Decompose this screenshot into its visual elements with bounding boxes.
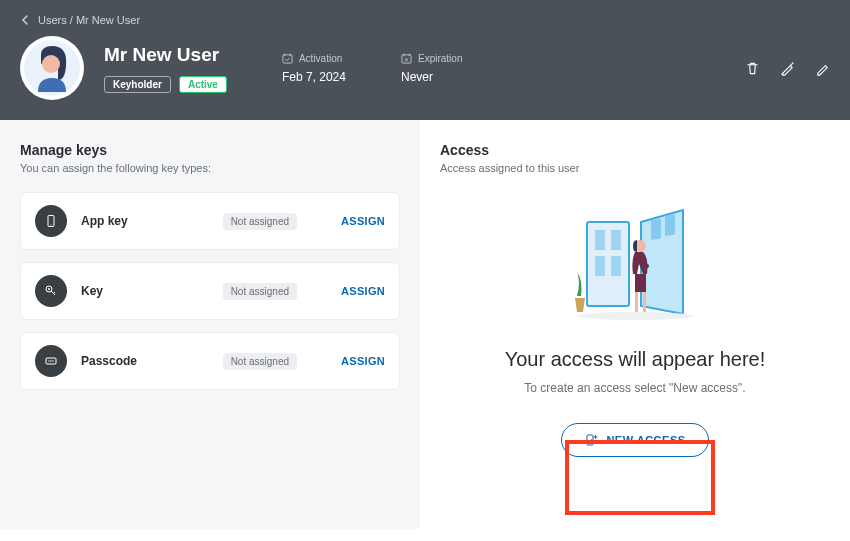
activation-meta: Activation Feb 7, 2024 xyxy=(282,53,346,84)
avatar xyxy=(20,36,84,100)
assign-button[interactable]: ASSIGN xyxy=(341,355,385,367)
expiration-meta: Expiration Never xyxy=(401,53,462,84)
assign-button[interactable]: ASSIGN xyxy=(341,285,385,297)
key-name: Key xyxy=(81,284,161,298)
svg-rect-16 xyxy=(611,256,621,276)
access-title: Access xyxy=(440,142,830,158)
svg-rect-2 xyxy=(283,54,292,62)
key-status: Not assigned xyxy=(223,213,297,230)
svg-rect-18 xyxy=(665,215,675,236)
new-access-label: NEW ACCESS xyxy=(606,434,685,446)
svg-rect-21 xyxy=(635,292,638,312)
new-access-button[interactable]: NEW ACCESS xyxy=(561,423,708,457)
expiration-label: Expiration xyxy=(418,53,462,64)
page-title: Mr New User xyxy=(104,44,227,66)
svg-rect-15 xyxy=(595,256,605,276)
svg-point-25 xyxy=(591,439,593,441)
edit-icon[interactable] xyxy=(815,61,830,76)
key-name: App key xyxy=(81,214,161,228)
key-status: Not assigned xyxy=(223,353,297,370)
breadcrumb: Users / Mr New User xyxy=(20,14,830,26)
activation-value: Feb 7, 2024 xyxy=(282,70,346,84)
disable-edit-icon[interactable] xyxy=(780,61,795,76)
expiration-value: Never xyxy=(401,70,462,84)
svg-rect-13 xyxy=(595,230,605,250)
svg-point-1 xyxy=(42,55,60,73)
role-badge: Keyholder xyxy=(104,76,171,93)
svg-rect-12 xyxy=(587,222,629,306)
breadcrumb-path[interactable]: Users / Mr New User xyxy=(38,14,140,26)
svg-rect-3 xyxy=(402,54,411,62)
delete-icon[interactable] xyxy=(745,61,760,76)
key-card-passcode: Passcode Not assigned ASSIGN xyxy=(20,332,400,390)
key-status: Not assigned xyxy=(223,283,297,300)
svg-point-7 xyxy=(48,288,50,290)
calendar-x-icon xyxy=(401,53,412,64)
svg-rect-17 xyxy=(651,219,661,240)
svg-point-5 xyxy=(50,224,51,225)
door-illustration xyxy=(565,204,705,324)
calendar-icon xyxy=(282,53,293,64)
key-card-app-key: App key Not assigned ASSIGN xyxy=(20,192,400,250)
manage-keys-panel: Manage keys You can assign the following… xyxy=(0,120,420,529)
svg-point-9 xyxy=(48,360,49,361)
manage-keys-subtitle: You can assign the following key types: xyxy=(20,162,400,174)
empty-state-subtitle: To create an access select "New access". xyxy=(524,381,745,395)
svg-rect-22 xyxy=(643,292,646,312)
passcode-icon xyxy=(35,345,67,377)
header: Users / Mr New User Mr New User Keyholde… xyxy=(0,0,850,120)
svg-point-23 xyxy=(577,312,693,320)
manage-keys-title: Manage keys xyxy=(20,142,400,158)
activation-label: Activation xyxy=(299,53,342,64)
status-badge: Active xyxy=(179,76,227,93)
svg-point-10 xyxy=(50,360,51,361)
assign-button[interactable]: ASSIGN xyxy=(341,215,385,227)
key-icon xyxy=(35,275,67,307)
back-icon[interactable] xyxy=(20,15,30,25)
access-empty-state: Your access will appear here! To create … xyxy=(440,204,830,457)
svg-rect-14 xyxy=(611,230,621,250)
phone-icon xyxy=(35,205,67,237)
svg-point-11 xyxy=(52,360,53,361)
door-plus-icon xyxy=(584,433,598,447)
access-subtitle: Access assigned to this user xyxy=(440,162,830,174)
key-name: Passcode xyxy=(81,354,161,368)
access-panel: Access Access assigned to this user xyxy=(420,120,850,529)
key-card-key: Key Not assigned ASSIGN xyxy=(20,262,400,320)
empty-state-title: Your access will appear here! xyxy=(505,348,766,371)
